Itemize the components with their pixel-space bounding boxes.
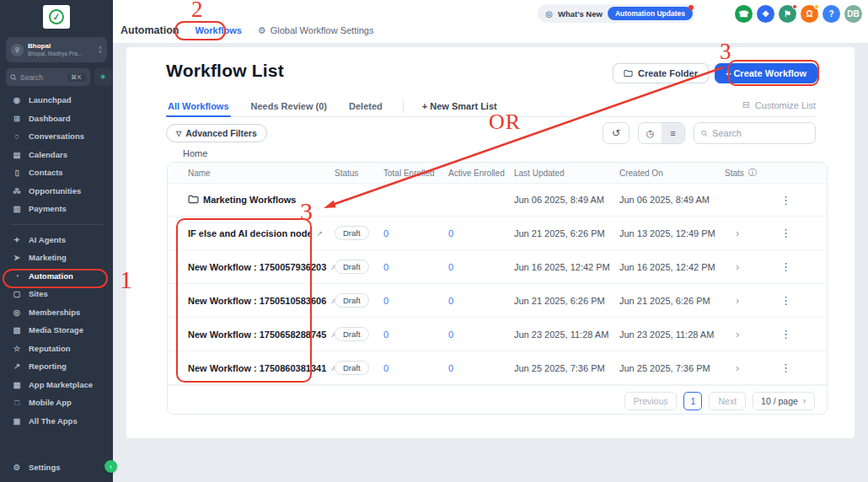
kebab-menu-icon[interactable]: ⋮ bbox=[775, 260, 791, 273]
total-enrolled-cell[interactable]: 0 bbox=[383, 228, 448, 238]
tab-all-workflows[interactable]: All Workflows bbox=[166, 95, 231, 116]
name-cell[interactable]: New Workflow : 1750510583606↗ bbox=[168, 296, 335, 306]
tab-deleted[interactable]: Deleted bbox=[347, 95, 384, 116]
create-workflow-button[interactable]: + Create Workflow bbox=[715, 63, 817, 83]
active-enrolled-cell[interactable]: 0 bbox=[448, 296, 514, 306]
table-search-input[interactable] bbox=[712, 128, 808, 138]
sidebar-item-payments[interactable]: ▥Payments bbox=[0, 200, 113, 218]
total-enrolled-cell[interactable]: 0 bbox=[383, 329, 448, 340]
last-updated-cell: Jun 21 2025, 6:26 PM bbox=[514, 228, 619, 238]
page-number-button[interactable]: 1 bbox=[683, 392, 702, 410]
tab-workflows[interactable]: Workflows bbox=[195, 25, 241, 35]
help-icon-button[interactable]: ? bbox=[822, 5, 840, 23]
kebab-menu-icon[interactable]: ⋮ bbox=[775, 227, 791, 239]
sidebar-item-mobile-app[interactable]: □Mobile App bbox=[0, 394, 113, 412]
sidebar-item-settings[interactable]: ⚙Settings bbox=[0, 458, 113, 477]
row-menu-cell: ⋮ bbox=[775, 328, 827, 340]
active-enrolled-cell[interactable]: 0 bbox=[448, 363, 514, 373]
breadcrumb[interactable]: Home bbox=[183, 148, 207, 158]
announcements-icon-button[interactable]: ⚑ bbox=[779, 5, 796, 23]
table-row[interactable]: New Workflow : 1750860381341↗Draft00Jun … bbox=[168, 351, 827, 385]
table-row[interactable]: IF else and AI decision node↗Draft00Jun … bbox=[168, 217, 827, 250]
name-cell[interactable]: Marketing Workflows bbox=[168, 195, 335, 206]
sidebar-item-label: Sites bbox=[29, 289, 48, 298]
connect-icon-button[interactable]: ❖ bbox=[757, 5, 774, 23]
global-workflow-settings-link[interactable]: ⚙ Global Workflow Settings bbox=[258, 25, 374, 36]
kebab-menu-icon[interactable]: ⋮ bbox=[775, 362, 791, 374]
sidebar-item-reputation[interactable]: ☆Reputation bbox=[0, 340, 113, 358]
name-cell[interactable]: New Workflow : 1750658288745↗ bbox=[168, 329, 335, 340]
avatar[interactable]: DB bbox=[844, 5, 862, 23]
active-enrolled-cell[interactable]: 0 bbox=[448, 329, 514, 340]
automation-updates-badge[interactable]: Automation Updates bbox=[608, 7, 693, 20]
sidebar-item-conversations[interactable]: ○Conversations bbox=[0, 127, 113, 146]
filter-funnel-icon: ▽ bbox=[176, 130, 181, 137]
history-button[interactable]: ↺ bbox=[603, 122, 630, 144]
chevron-right-icon[interactable]: › bbox=[725, 328, 739, 340]
chevron-right-icon[interactable]: › bbox=[725, 294, 739, 307]
app-logo[interactable]: ✓ bbox=[43, 5, 70, 29]
name-cell[interactable]: IF else and AI decision node↗ bbox=[168, 228, 335, 238]
location-switcher[interactable]: ⚲ Bhopal Bhopal, Madhya Pra... ∧∨ bbox=[6, 37, 107, 62]
sidebar-item-calendars[interactable]: ▤Calendars bbox=[0, 146, 113, 164]
table-row[interactable]: New Workflow : 1750057936203↗Draft00Jun … bbox=[168, 250, 827, 284]
column-header-active-enrolled: Active Enrolled bbox=[448, 169, 514, 178]
sidebar-item-launchpad[interactable]: ◉Launchpad bbox=[0, 91, 113, 110]
sidebar-item-sites[interactable]: ▢Sites bbox=[0, 285, 113, 303]
sidebar-item-label: Calendars bbox=[29, 150, 67, 159]
gear-icon: ⚙ bbox=[258, 25, 266, 36]
name-cell[interactable]: New Workflow : 1750057936203↗ bbox=[168, 262, 335, 272]
total-enrolled-cell[interactable]: 0 bbox=[383, 262, 448, 272]
chevron-right-icon[interactable]: › bbox=[725, 260, 739, 273]
sidebar-search-input[interactable] bbox=[20, 73, 64, 82]
sidebar-item-marketing[interactable]: ➤Marketing bbox=[0, 249, 113, 267]
sidebar-item-reporting[interactable]: ↗Reporting bbox=[0, 357, 113, 376]
page-title: Workflow List bbox=[166, 61, 284, 81]
sidebar-item-opportunities[interactable]: ⁂Opportunities bbox=[0, 182, 113, 201]
sidebar-search[interactable]: ⌘K bbox=[6, 68, 90, 86]
list-view-button[interactable]: ≡ bbox=[662, 123, 684, 143]
kebab-menu-icon[interactable]: ⋮ bbox=[775, 194, 791, 206]
tab-needs-review-0[interactable]: Needs Review (0) bbox=[249, 95, 329, 116]
chevron-right-icon[interactable]: › bbox=[725, 362, 739, 374]
phone-icon-button[interactable]: ☎ bbox=[735, 5, 753, 23]
customize-list-button[interactable]: ⊟ Customize List bbox=[742, 99, 816, 110]
history-icon: ↺ bbox=[612, 127, 620, 139]
folder-row[interactable]: Marketing WorkflowsJun 06 2025, 8:49 AMJ… bbox=[168, 184, 827, 217]
create-folder-button[interactable]: Create Folder bbox=[613, 63, 709, 83]
sidebar-item-dashboard[interactable]: ⊞Dashboard bbox=[0, 110, 113, 128]
table-row[interactable]: New Workflow : 1750510583606↗Draft00Jun … bbox=[168, 284, 827, 318]
column-header-name: Name bbox=[168, 169, 335, 178]
active-enrolled-cell[interactable]: 0 bbox=[448, 262, 514, 272]
location-pin-icon: ⚲ bbox=[11, 44, 24, 56]
name-cell[interactable]: New Workflow : 1750860381341↗ bbox=[168, 363, 335, 373]
total-enrolled-cell[interactable]: 0 bbox=[383, 363, 448, 373]
advanced-filters-button[interactable]: ▽ Advanced Filters bbox=[166, 124, 267, 142]
page-size-select[interactable]: 10 / page ∨ bbox=[753, 392, 815, 410]
chevron-right-icon[interactable]: › bbox=[725, 227, 739, 239]
previous-page-button[interactable]: Previous bbox=[624, 392, 678, 410]
table-search[interactable] bbox=[694, 122, 816, 144]
kebab-menu-icon[interactable]: ⋮ bbox=[775, 328, 791, 340]
sidebar-item-app-marketplace[interactable]: ▦App Marketplace bbox=[0, 376, 113, 394]
sidebar-item-memberships[interactable]: ◎Memberships bbox=[0, 303, 113, 322]
sidebar-item-media-storage[interactable]: ▧Media Storage bbox=[0, 321, 113, 340]
sparkle-plus-icon[interactable]: ✶ bbox=[94, 68, 112, 86]
notifications-icon-button[interactable]: Ω bbox=[801, 5, 818, 23]
sidebar-item-automation[interactable]: ◔Automation bbox=[0, 267, 113, 286]
kebab-menu-icon[interactable]: ⋮ bbox=[775, 294, 791, 307]
sidebar-collapse-button[interactable]: ‹ bbox=[104, 460, 117, 473]
sidebar-item-contacts[interactable]: ▯Contacts bbox=[0, 163, 113, 182]
timeline-view-button[interactable]: ◷ bbox=[639, 123, 662, 143]
whats-new-pill[interactable]: ◎ What's New Automation Updates bbox=[538, 4, 695, 23]
active-enrolled-cell[interactable]: 0 bbox=[448, 228, 514, 238]
status-badge: Draft bbox=[335, 260, 369, 274]
notification-dot bbox=[689, 5, 694, 10]
next-page-button[interactable]: Next bbox=[709, 392, 746, 410]
sidebar-item-ai-agents[interactable]: ✦AI Agents bbox=[0, 231, 113, 249]
table-row[interactable]: New Workflow : 1750658288745↗Draft00Jun … bbox=[168, 318, 827, 351]
new-smart-list-button[interactable]: + New Smart List bbox=[422, 95, 497, 116]
total-enrolled-cell[interactable]: 0 bbox=[383, 296, 448, 306]
stats-cell: › bbox=[725, 328, 775, 340]
sidebar-item-all-the-apps[interactable]: ▣All The Apps bbox=[0, 412, 113, 431]
